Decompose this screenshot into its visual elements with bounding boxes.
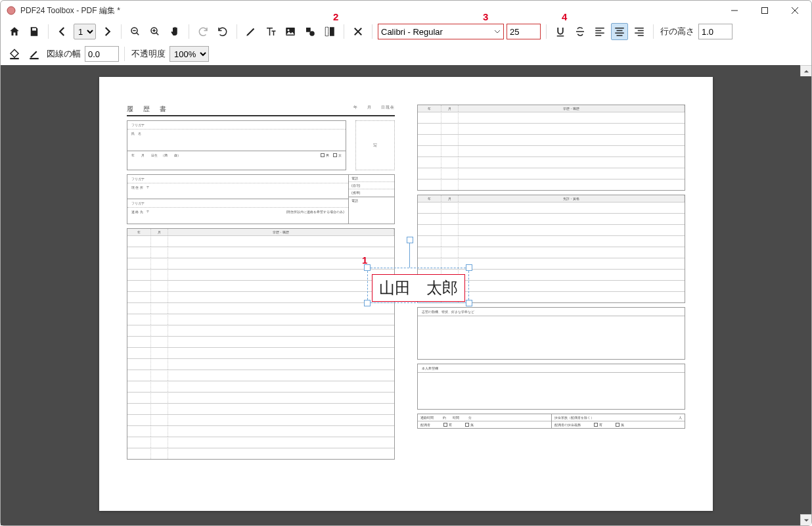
strikethrough-button[interactable] bbox=[572, 23, 589, 40]
table-row bbox=[127, 414, 394, 425]
table-row bbox=[127, 403, 394, 414]
window-controls bbox=[719, 1, 810, 20]
svg-rect-10 bbox=[30, 58, 39, 59]
undo-button[interactable] bbox=[214, 23, 231, 40]
annotation-2: 2 bbox=[333, 11, 338, 22]
table-row bbox=[127, 392, 394, 403]
table-row bbox=[127, 448, 394, 459]
save-button[interactable] bbox=[26, 23, 43, 40]
svg-point-6 bbox=[309, 31, 315, 36]
doc-date: 年 月 日現在 bbox=[353, 105, 395, 114]
zoom-in-button[interactable] bbox=[147, 23, 164, 40]
delete-button[interactable] bbox=[350, 23, 367, 40]
table-row bbox=[418, 156, 685, 168]
table-row bbox=[418, 168, 685, 179]
table-row bbox=[418, 247, 685, 258]
opacity-label: 不透明度 bbox=[131, 48, 166, 60]
text-object[interactable]: 山田 太郎 bbox=[372, 274, 465, 302]
resize-handle-bl[interactable] bbox=[364, 300, 371, 306]
table-row bbox=[127, 314, 394, 325]
left-column: 履 歴 書 年 月 日現在 フリガナ 氏 名 年 月 日生 （満 歳） 男 bbox=[127, 105, 395, 460]
table-row bbox=[418, 179, 685, 190]
table-row bbox=[127, 280, 394, 291]
name-box: フリガナ 氏 名 年 月 日生 （満 歳） 男 女 bbox=[127, 120, 346, 170]
svg-rect-9 bbox=[10, 58, 19, 59]
table-row bbox=[127, 358, 394, 370]
svg-rect-8 bbox=[330, 27, 334, 36]
line-height-input[interactable] bbox=[698, 24, 733, 39]
photo-box: 写 bbox=[355, 120, 395, 170]
minimize-button[interactable] bbox=[719, 1, 750, 20]
doc-title: 履 歴 書 bbox=[127, 105, 170, 114]
table-row bbox=[127, 247, 394, 258]
resize-handle-tr[interactable] bbox=[466, 264, 472, 271]
table-row bbox=[418, 213, 685, 224]
align-left-button[interactable] bbox=[591, 23, 608, 40]
wish-box: 本人希望欄 bbox=[417, 364, 685, 410]
app-icon bbox=[6, 5, 16, 16]
motive-box: 志望の動機、特技、好きな学科など bbox=[417, 307, 685, 360]
scroll-up-button[interactable] bbox=[800, 65, 811, 76]
svg-point-5 bbox=[288, 29, 290, 31]
table-row bbox=[127, 381, 394, 392]
next-page-button[interactable] bbox=[99, 23, 116, 40]
document-canvas[interactable]: 履 歴 書 年 月 日現在 フリガナ 氏 名 年 月 日生 （満 歳） 男 bbox=[1, 65, 811, 525]
table-row bbox=[127, 336, 394, 347]
table-row bbox=[418, 123, 685, 134]
font-family-select[interactable]: Calibri - Regular bbox=[378, 24, 504, 39]
app-window: PDF24 Toolbox - PDF 編集 * 2 3 4 1 bbox=[0, 0, 812, 526]
close-button[interactable] bbox=[780, 1, 810, 20]
redo-button[interactable] bbox=[194, 23, 212, 40]
table-row bbox=[127, 302, 394, 314]
bottom-info-box: 通勤時間約 時間分 配偶者 有 無 扶養家族（配偶者を除く）人 配偶者の扶養義務 bbox=[417, 414, 685, 429]
align-center-button[interactable] bbox=[611, 23, 628, 40]
window-title: PDF24 Toolbox - PDF 編集 * bbox=[20, 5, 719, 16]
toolbar-row-1: 2 3 4 1 Calibri - Regular bbox=[1, 20, 811, 43]
opacity-select[interactable]: 100% bbox=[169, 46, 209, 62]
underline-button[interactable] bbox=[552, 23, 569, 40]
resize-handle-tl[interactable] bbox=[364, 264, 371, 271]
text-tool-button[interactable] bbox=[262, 23, 279, 40]
line-width-input[interactable] bbox=[85, 46, 119, 62]
line-height-label: 行の高さ bbox=[660, 26, 694, 37]
titlebar: PDF24 Toolbox - PDF 編集 * bbox=[1, 1, 811, 20]
annotation-3: 3 bbox=[483, 11, 488, 22]
svg-point-0 bbox=[7, 7, 15, 14]
table-row bbox=[418, 145, 685, 156]
table-row bbox=[418, 134, 685, 145]
zoom-out-button[interactable] bbox=[127, 23, 144, 40]
home-button[interactable] bbox=[6, 23, 23, 40]
right-education-table: 年 月 学歴・職歴 bbox=[417, 105, 685, 191]
table-row bbox=[127, 235, 394, 247]
resize-handle-br[interactable] bbox=[466, 300, 472, 306]
table-row bbox=[418, 202, 685, 213]
scroll-down-button[interactable] bbox=[800, 514, 811, 525]
hand-tool-button[interactable] bbox=[166, 23, 183, 40]
fill-color-button[interactable] bbox=[6, 45, 23, 62]
shape-tool-button[interactable] bbox=[302, 23, 319, 40]
stroke-color-button[interactable] bbox=[26, 45, 43, 62]
line-width-label: 図線の幅 bbox=[47, 48, 81, 60]
form-tool-button[interactable] bbox=[321, 23, 338, 40]
font-size-input[interactable] bbox=[507, 24, 541, 39]
annotation-4: 4 bbox=[562, 11, 567, 22]
align-right-button[interactable] bbox=[631, 23, 648, 40]
pdf-page: 履 歴 書 年 月 日現在 フリガナ 氏 名 年 月 日生 （満 歳） 男 bbox=[99, 77, 713, 511]
font-family-value: Calibri - Regular bbox=[381, 27, 443, 37]
svg-rect-1 bbox=[762, 8, 768, 14]
table-row bbox=[127, 347, 394, 358]
page-select[interactable]: 1 bbox=[74, 24, 96, 39]
left-education-table: 年 月 学歴・職歴 bbox=[127, 228, 395, 460]
maximize-button[interactable] bbox=[750, 1, 780, 20]
image-tool-button[interactable] bbox=[282, 23, 299, 40]
table-row bbox=[418, 235, 685, 247]
prev-page-button[interactable] bbox=[54, 23, 71, 40]
table-row bbox=[127, 370, 394, 381]
rotate-handle[interactable] bbox=[407, 237, 413, 243]
svg-rect-7 bbox=[325, 27, 328, 36]
table-row bbox=[418, 224, 685, 235]
pencil-tool-button[interactable] bbox=[242, 23, 259, 40]
toolbar-row-2: 図線の幅 不透明度 100% bbox=[1, 43, 811, 65]
table-row bbox=[127, 258, 394, 269]
table-row bbox=[127, 291, 394, 302]
